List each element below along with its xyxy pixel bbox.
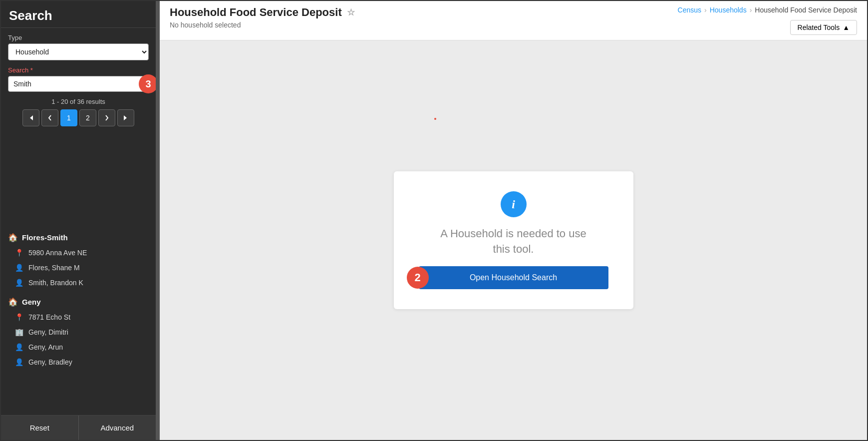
sidebar-body: Type Household Individual Organization S…	[1, 28, 156, 228]
page-1-button[interactable]: 1	[60, 109, 77, 126]
results-count: 1 - 20 of 36 results	[8, 98, 149, 105]
breadcrumb-households[interactable]: Households	[710, 6, 747, 14]
red-dot-decoration	[434, 118, 436, 120]
favorite-star-icon[interactable]: ☆	[347, 7, 355, 18]
household-name-flores-smith[interactable]: 🏠 Flores-Smith	[1, 228, 156, 245]
page-first-button[interactable]	[22, 109, 39, 126]
sidebar-resize-handle[interactable]	[156, 1, 160, 440]
member-name: Geny, Arun	[28, 343, 63, 351]
person-icon: 👤	[15, 264, 23, 272]
sidebar: Search Type Household Individual Organiz…	[1, 1, 156, 440]
page-2-button[interactable]: 2	[79, 109, 96, 126]
address-text: 5980 Anna Ave NE	[28, 249, 87, 257]
page-title: Household Food Service Deposit ☆	[170, 6, 355, 19]
info-card-text: A Household is needed to use this tool.	[440, 226, 586, 257]
advanced-button[interactable]: Advanced	[79, 416, 156, 440]
list-item[interactable]: 👤 Flores, Shane M	[1, 260, 156, 275]
location-icon: 📍	[15, 313, 23, 321]
results-list: 🏠 Flores-Smith 📍 5980 Anna Ave NE 👤 Flor…	[1, 228, 156, 416]
badge-3-indicator: 3	[139, 74, 156, 93]
page-last-button[interactable]	[117, 109, 134, 126]
location-icon: 📍	[15, 249, 23, 257]
sidebar-footer: Reset Advanced	[1, 415, 156, 440]
badge-2-indicator: 2	[407, 267, 429, 289]
breadcrumb: Census › Households › Household Food Ser…	[678, 6, 857, 14]
member-name: Smith, Brandon K	[28, 279, 83, 287]
pagination: 1 2	[8, 109, 149, 126]
reset-button[interactable]: Reset	[1, 416, 79, 440]
member-name: Geny, Bradley	[28, 358, 72, 366]
search-input[interactable]	[8, 76, 149, 92]
house-icon: 🏠	[8, 297, 18, 307]
breadcrumb-census[interactable]: Census	[678, 6, 701, 14]
member-name: Flores, Shane M	[28, 264, 80, 272]
search-input-wrap: 3	[8, 76, 149, 92]
main-header: Household Food Service Deposit ☆ No hous…	[160, 1, 867, 40]
list-item[interactable]: 👤 Smith, Brandon K	[1, 275, 156, 290]
list-item[interactable]: 📍 5980 Anna Ave NE	[1, 245, 156, 260]
search-label: Search *	[8, 66, 149, 74]
type-select[interactable]: Household Individual Organization	[8, 43, 149, 60]
household-label: Geny	[22, 298, 41, 306]
household-label: Flores-Smith	[22, 233, 68, 242]
list-item[interactable]: 👤 Geny, Bradley	[1, 355, 156, 370]
org-icon: 🏢	[15, 328, 23, 336]
page-next-button[interactable]	[98, 109, 115, 126]
household-group-geny[interactable]: 🏠 Geny 📍 7871 Echo St 🏢 Geny, Dimitri 👤 …	[1, 292, 156, 370]
header-right: Census › Households › Household Food Ser…	[678, 6, 857, 35]
app-container: Search Type Household Individual Organiz…	[0, 0, 868, 441]
main-content: Household Food Service Deposit ☆ No hous…	[160, 1, 867, 440]
info-icon: i	[501, 191, 527, 217]
person-icon: 👤	[15, 358, 23, 366]
type-label: Type	[8, 34, 149, 41]
main-title-wrap: Household Food Service Deposit ☆ No hous…	[170, 6, 355, 29]
person-icon: 👤	[15, 343, 23, 351]
related-tools-button[interactable]: Related Tools ▲	[790, 20, 857, 35]
household-group-flores-smith[interactable]: 🏠 Flores-Smith 📍 5980 Anna Ave NE 👤 Flor…	[1, 228, 156, 290]
related-tools-label: Related Tools	[798, 23, 840, 31]
house-icon: 🏠	[8, 233, 18, 242]
open-search-wrap: 2 Open Household Search	[419, 266, 608, 289]
info-card: i A Household is needed to use this tool…	[394, 171, 633, 309]
list-item[interactable]: 👤 Geny, Arun	[1, 340, 156, 355]
member-name: Geny, Dimitri	[28, 328, 68, 336]
list-item[interactable]: 🏢 Geny, Dimitri	[1, 325, 156, 340]
breadcrumb-sep-1: ›	[704, 6, 707, 14]
list-item[interactable]: 📍 7871 Echo St	[1, 310, 156, 325]
household-name-geny[interactable]: 🏠 Geny	[1, 292, 156, 310]
open-household-search-button[interactable]: Open Household Search	[419, 266, 608, 289]
person-icon: 👤	[15, 279, 23, 287]
subtitle: No household selected	[170, 21, 355, 29]
sidebar-title: Search	[1, 1, 156, 28]
breadcrumb-sep-2: ›	[750, 6, 752, 14]
breadcrumb-current: Household Food Service Deposit	[755, 6, 857, 14]
chevron-up-icon: ▲	[843, 23, 850, 31]
main-area: i A Household is needed to use this tool…	[160, 40, 867, 440]
address-text: 7871 Echo St	[28, 313, 70, 321]
page-prev-button[interactable]	[41, 109, 58, 126]
